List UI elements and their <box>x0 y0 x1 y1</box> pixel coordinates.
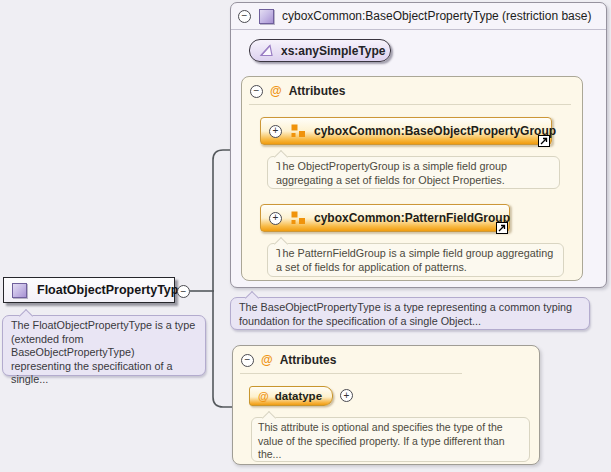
base-attributes-section: − @ Attributes + cyboxCommon:BaseObjectP… <box>241 76 583 281</box>
expand-toggle-icon[interactable]: + <box>269 125 282 138</box>
base-type-title: cyboxCommon:BaseObjectPropertyType (rest… <box>282 9 591 23</box>
group-description-text: The ObjectPropertyGroup is a simple fiel… <box>276 160 507 186</box>
attributes-label: Attributes <box>280 353 337 367</box>
attribute-datatype[interactable]: @ datatype <box>249 386 333 406</box>
expand-toggle-icon[interactable]: + <box>269 212 282 225</box>
group-pattern-field-group[interactable]: + cyboxCommon:PatternFieldGroup <box>260 204 510 232</box>
field-group-icon <box>291 124 305 138</box>
root-element-float-object-property-type[interactable]: FloatObjectPropertyType <box>3 277 175 303</box>
collapse-toggle-icon[interactable]: − <box>250 85 263 98</box>
separator <box>240 373 462 374</box>
base-type-panel: − cyboxCommon:BaseObjectPropertyType (re… <box>230 2 607 288</box>
field-group-icon <box>291 211 305 225</box>
simple-type-icon <box>259 44 274 57</box>
attributes-label: Attributes <box>289 84 346 98</box>
open-reference-icon[interactable] <box>496 222 508 234</box>
collapse-toggle-icon[interactable]: − <box>241 354 254 367</box>
header-separator <box>231 29 606 30</box>
attribute-name: datatype <box>275 390 322 402</box>
base-type-header: − cyboxCommon:BaseObjectPropertyType (re… <box>231 3 606 29</box>
root-element-tooltip: The FloatObjectPropertyType is a type (e… <box>2 315 206 376</box>
attribute-at-icon: @ <box>258 391 269 402</box>
group-description: The PatternFieldGroup is a simple field … <box>267 243 564 277</box>
group-description: The ObjectPropertyGroup is a simple fiel… <box>267 156 560 189</box>
simple-type-chip[interactable]: xs:anySimpleType <box>249 39 391 62</box>
attributes-header: − @ Attributes <box>241 353 336 367</box>
attribute-description: This attribute is optional and specifies… <box>251 417 530 462</box>
group-description-text: The PatternFieldGroup is a simple field … <box>276 247 553 273</box>
open-reference-icon[interactable] <box>538 135 550 147</box>
group-label: cyboxCommon:PatternFieldGroup <box>314 211 510 225</box>
separator <box>249 104 571 105</box>
expand-toggle-icon[interactable]: + <box>340 389 353 402</box>
collapse-toggle-icon[interactable]: − <box>238 10 251 23</box>
own-attributes-panel: − @ Attributes @ datatype + This attribu… <box>232 345 540 465</box>
group-base-object-property-group[interactable]: + cyboxCommon:BaseObjectPropertyGroup <box>260 117 552 145</box>
attribute-at-icon: @ <box>261 354 273 366</box>
group-label: cyboxCommon:BaseObjectPropertyGroup <box>314 124 556 138</box>
base-type-tooltip: The BaseObjectPropertyType is a type rep… <box>230 297 590 330</box>
complex-type-icon <box>259 9 274 24</box>
attribute-description-text: This attribute is optional and specifies… <box>258 421 505 460</box>
attributes-header: − @ Attributes <box>250 84 345 98</box>
root-element-tooltip-text: The FloatObjectPropertyType is a type (e… <box>11 319 195 385</box>
simple-type-label: xs:anySimpleType <box>281 44 385 58</box>
schema-diagram: − cyboxCommon:BaseObjectPropertyType (re… <box>0 0 611 472</box>
base-type-tooltip-text: The BaseObjectPropertyType is a type rep… <box>239 301 572 327</box>
complex-type-icon <box>12 283 27 298</box>
attribute-at-icon: @ <box>270 85 282 97</box>
root-element-label: FloatObjectPropertyType <box>37 283 185 297</box>
collapse-toggle-icon[interactable]: − <box>177 285 190 298</box>
